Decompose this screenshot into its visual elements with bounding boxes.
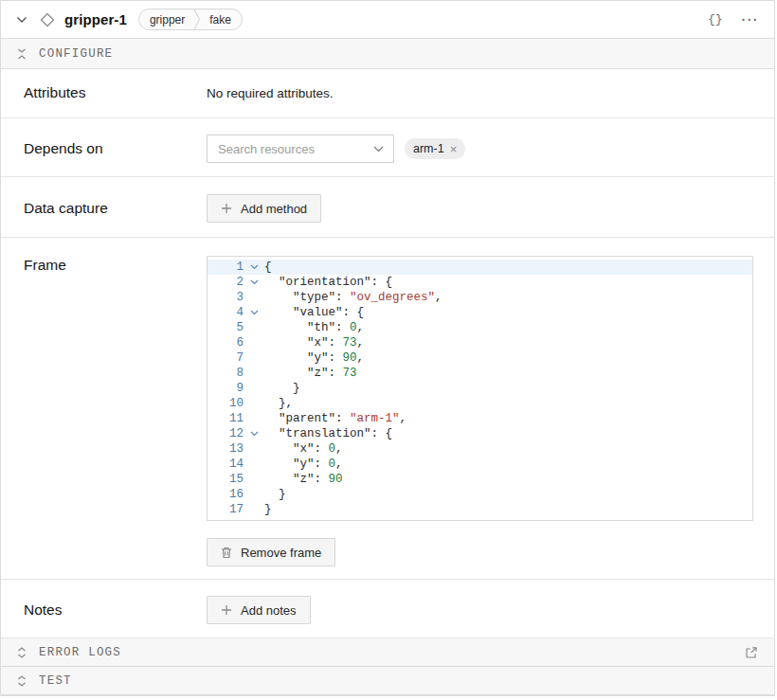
code-text: "th": 0,	[264, 320, 364, 335]
error-logs-section-label: ERROR LOGS	[39, 646, 121, 659]
test-section-label: TEST	[39, 674, 72, 688]
fold-chevron-down-icon[interactable]	[244, 305, 264, 320]
fold-gutter	[244, 335, 264, 350]
line-number: 7	[208, 350, 244, 366]
code-text: "value": {	[264, 305, 364, 320]
code-line-6[interactable]: 6 "x": 73,	[208, 335, 752, 350]
code-line-9[interactable]: 9 }	[208, 381, 752, 396]
remove-dependency-close-icon[interactable]: ×	[450, 143, 458, 155]
collapse-card-chevron-down-icon[interactable]	[16, 16, 27, 24]
code-text: },	[264, 396, 293, 411]
line-number: 16	[208, 487, 244, 502]
line-number: 15	[208, 472, 244, 487]
fold-gutter	[244, 396, 264, 411]
line-number: 1	[208, 260, 244, 275]
line-number: 2	[208, 275, 244, 290]
code-line-11[interactable]: 11 "parent": "arm-1",	[208, 411, 752, 426]
code-lines-container: 1{2 "orientation": {3 "type": "ov_degree…	[208, 260, 752, 517]
remove-frame-button-label: Remove frame	[241, 546, 321, 560]
test-section-header[interactable]: TEST	[1, 667, 774, 695]
code-text: "z": 90	[264, 472, 343, 487]
json-mode-toggle[interactable]: {}	[708, 12, 723, 27]
code-text: "parent": "arm-1",	[264, 411, 407, 426]
code-line-14[interactable]: 14 "y": 0,	[208, 457, 752, 472]
line-number: 17	[208, 502, 244, 517]
component-config-card: gripper-1 gripper fake {} ··· CONFIGURE …	[0, 0, 775, 696]
code-text: "translation": {	[264, 426, 392, 441]
code-line-15[interactable]: 15 "z": 90	[208, 472, 752, 487]
expand-section-icon[interactable]	[17, 647, 27, 658]
fold-gutter	[244, 350, 264, 366]
fold-chevron-down-icon[interactable]	[244, 275, 264, 290]
error-logs-section-header[interactable]: ERROR LOGS	[1, 638, 774, 667]
expand-section-icon[interactable]	[17, 675, 27, 687]
fold-chevron-down-icon[interactable]	[244, 426, 264, 441]
code-text: "y": 90,	[264, 350, 364, 366]
code-line-17[interactable]: 17}	[208, 502, 752, 517]
dependency-chip-label: arm-1	[413, 142, 444, 155]
collapse-section-icon[interactable]	[17, 48, 27, 60]
code-line-1[interactable]: 1{	[208, 260, 752, 275]
fold-gutter	[244, 472, 264, 487]
configure-section-header[interactable]: CONFIGURE	[1, 39, 774, 69]
fold-chevron-down-icon[interactable]	[244, 260, 264, 275]
fold-gutter	[244, 381, 264, 396]
attributes-row: Attributes No required attributes.	[1, 69, 774, 118]
code-line-13[interactable]: 13 "x": 0,	[208, 441, 752, 457]
line-number: 13	[208, 441, 244, 457]
frame-row: Frame 1{2 "orientation": {3 "type": "ov_…	[1, 238, 774, 580]
line-number: 5	[208, 320, 244, 335]
fold-gutter	[244, 320, 264, 335]
fold-gutter	[244, 502, 264, 517]
code-text: "y": 0,	[264, 457, 343, 472]
code-text: "x": 0,	[264, 441, 343, 457]
dependency-chip-arm-1: arm-1 ×	[405, 138, 465, 159]
fold-gutter	[244, 411, 264, 426]
line-number: 3	[208, 290, 244, 305]
code-line-12[interactable]: 12 "translation": {	[208, 426, 752, 441]
line-number: 10	[208, 396, 244, 411]
line-number: 6	[208, 335, 244, 350]
attributes-label: Attributes	[24, 83, 207, 102]
depends-on-label: Depends on	[24, 139, 207, 158]
line-number: 12	[208, 426, 244, 441]
code-line-5[interactable]: 5 "th": 0,	[208, 320, 752, 335]
plus-icon	[221, 203, 232, 214]
fold-gutter	[244, 290, 264, 305]
fold-gutter	[244, 487, 264, 502]
code-text: {	[264, 260, 272, 275]
notes-label: Notes	[24, 601, 207, 619]
line-number: 4	[208, 305, 244, 320]
frame-code-editor[interactable]: 1{2 "orientation": {3 "type": "ov_degree…	[207, 256, 753, 521]
code-line-7[interactable]: 7 "y": 90,	[208, 350, 752, 366]
code-line-2[interactable]: 2 "orientation": {	[208, 275, 752, 290]
code-text: }	[264, 502, 272, 517]
attributes-empty-text: No required attributes.	[207, 84, 751, 103]
remove-frame-button[interactable]: Remove frame	[207, 538, 335, 566]
fold-gutter	[244, 441, 264, 457]
card-header: gripper-1 gripper fake {} ···	[1, 1, 774, 39]
code-line-16[interactable]: 16 }	[208, 487, 752, 502]
data-capture-label: Data capture	[24, 199, 207, 218]
add-notes-button-label: Add notes	[241, 603, 297, 618]
open-logs-external-link-icon[interactable]	[745, 646, 758, 659]
code-line-10[interactable]: 10 },	[208, 396, 752, 411]
code-line-4[interactable]: 4 "value": {	[208, 305, 752, 320]
add-method-button[interactable]: Add method	[207, 194, 321, 223]
overflow-menu-button[interactable]: ···	[742, 12, 760, 27]
select-chevron-down-icon[interactable]	[373, 146, 384, 153]
code-text: "type": "ov_degrees",	[264, 290, 443, 305]
code-line-3[interactable]: 3 "type": "ov_degrees",	[208, 290, 752, 305]
code-line-8[interactable]: 8 "z": 73	[208, 366, 752, 381]
add-notes-button[interactable]: Add notes	[207, 596, 311, 624]
line-number: 14	[208, 457, 244, 472]
type-badge: gripper	[150, 13, 185, 27]
line-number: 8	[208, 366, 244, 381]
add-method-button-label: Add method	[241, 202, 307, 216]
code-text: "x": 73,	[264, 335, 364, 350]
code-text: "z": 73	[264, 366, 357, 381]
configure-section-label: CONFIGURE	[39, 47, 113, 61]
search-resources-input[interactable]: Search resources	[207, 135, 394, 163]
fold-gutter	[244, 457, 264, 472]
data-capture-row: Data capture Add method	[1, 177, 774, 238]
